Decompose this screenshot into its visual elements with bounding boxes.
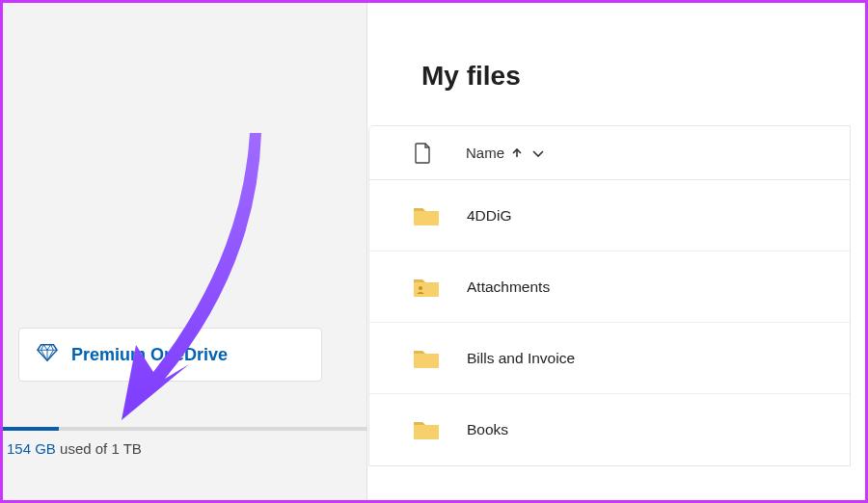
diamond-icon bbox=[37, 343, 58, 366]
chevron-down-icon bbox=[529, 145, 547, 162]
folder-icon bbox=[413, 348, 440, 369]
storage-progress-fill bbox=[3, 427, 59, 431]
storage-progress-bar bbox=[3, 427, 367, 431]
row-name: Bills and Invoice bbox=[467, 350, 575, 367]
storage-used-amount: 154 GB bbox=[7, 440, 56, 457]
table-header: Name bbox=[369, 126, 850, 180]
storage-total-suffix: used of 1 TB bbox=[56, 440, 142, 457]
sidebar: Premium OneDrive 154 GB used of 1 TB bbox=[3, 3, 367, 500]
row-name: 4DDiG bbox=[467, 207, 512, 225]
svg-point-0 bbox=[419, 286, 422, 290]
table-row[interactable]: 4DDiG bbox=[369, 180, 850, 252]
table-row[interactable]: Attachments bbox=[369, 252, 850, 323]
premium-label: Premium OneDrive bbox=[71, 345, 228, 365]
file-type-icon bbox=[413, 143, 432, 164]
storage-text[interactable]: 154 GB used of 1 TB bbox=[7, 440, 367, 457]
storage-usage: 154 GB used of 1 TB bbox=[3, 427, 367, 457]
page-title: My files bbox=[421, 61, 865, 92]
folder-shared-icon bbox=[413, 277, 440, 298]
table-row[interactable]: Books bbox=[369, 394, 850, 465]
table-row[interactable]: Bills and Invoice bbox=[369, 323, 850, 394]
column-name-header[interactable]: Name bbox=[466, 145, 547, 162]
row-name: Books bbox=[467, 421, 508, 438]
file-table: Name 4DDiG bbox=[368, 125, 851, 466]
folder-icon bbox=[413, 419, 440, 440]
main-content: My files Name 4DD bbox=[368, 3, 865, 500]
premium-onedrive-card[interactable]: Premium OneDrive bbox=[18, 328, 322, 382]
column-name-label: Name bbox=[466, 145, 504, 161]
folder-icon bbox=[413, 205, 440, 226]
sort-ascending-icon bbox=[510, 146, 524, 160]
row-name: Attachments bbox=[467, 278, 550, 296]
